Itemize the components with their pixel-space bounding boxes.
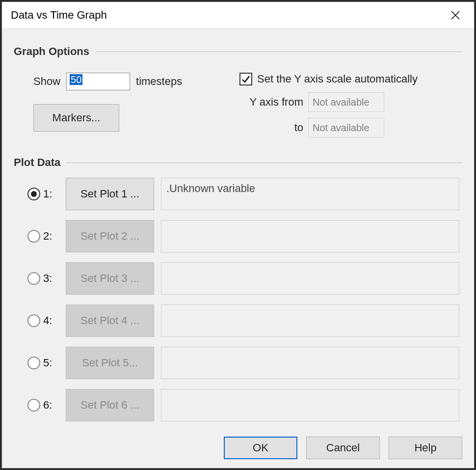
dialog-window: Data vs Time Graph Graph Options Show 50… [1,1,475,469]
show-row: Show 50 timesteps [33,73,220,90]
plot-index-label: 3: [43,272,52,285]
plot-radio-wrap: 3: [27,262,59,295]
plot-radio[interactable] [27,314,40,327]
plot-list: 1:Set Plot 1 ....Unknown variable2:Set P… [14,169,462,433]
plot-index-label: 2: [43,230,52,243]
radio-dot-icon [31,191,37,197]
plot-value-field[interactable]: .Unknown variable [161,178,459,210]
timesteps-value: 50 [70,74,82,85]
plot-row: 3:Set Plot 3 ... [27,262,459,295]
timesteps-input[interactable]: 50 [66,73,130,90]
plot-value-field[interactable] [161,389,459,421]
markers-button[interactable]: Markers... [33,104,119,132]
y-to-input: Not available [308,118,384,138]
set-plot-button[interactable]: Set Plot 3 ... [66,262,154,295]
y-axis-range: Y axis from Not available to Not availab… [244,92,457,138]
y-from-input: Not available [308,92,384,112]
plot-value-field[interactable] [161,262,459,295]
cancel-button[interactable]: Cancel [306,437,380,459]
show-label: Show [33,75,60,88]
plot-row: 4:Set Plot 4 ... [27,304,459,337]
close-button[interactable] [446,5,465,25]
auto-y-checkbox[interactable] [239,73,252,85]
titlebar: Data vs Time Graph [2,2,474,28]
set-plot-button[interactable]: Set Plot 5... [66,347,154,379]
y-to-label: to [244,121,303,134]
plot-value-field[interactable] [161,347,459,379]
plot-row: 5:Set Plot 5... [27,347,459,379]
plot-radio-wrap: 2: [27,220,59,252]
ok-button[interactable]: OK [224,437,297,459]
plot-value-field[interactable] [161,304,459,337]
heading-rule [95,52,462,52]
plot-row: 2:Set Plot 2 ... [27,220,459,252]
y-from-label: Y axis from [244,96,303,109]
plot-data-label: Plot Data [14,156,60,169]
plot-radio-wrap: 5: [27,347,59,379]
graph-options-right: Set the Y axis scale automatically Y axi… [239,73,457,138]
graph-options-left: Show 50 timesteps Markers... [33,73,220,138]
plot-index-label: 1: [43,188,52,200]
plot-radio[interactable] [27,357,40,369]
plot-row: 1:Set Plot 1 ....Unknown variable [27,178,459,210]
graph-options-body: Show 50 timesteps Markers... Set the Y a… [14,58,462,142]
close-icon [450,10,460,20]
window-title: Data vs Time Graph [11,9,107,22]
set-plot-button[interactable]: Set Plot 4 ... [66,304,154,337]
set-plot-button[interactable]: Set Plot 2 ... [66,220,154,252]
checkmark-icon [241,74,251,84]
help-button[interactable]: Help [389,437,462,459]
plot-data-heading: Plot Data [14,156,462,169]
plot-radio-wrap: 6: [27,389,59,421]
plot-radio-wrap: 4: [27,304,59,337]
plot-value-field[interactable] [161,220,459,252]
plot-radio-wrap: 1: [27,178,59,210]
plot-index-label: 5: [43,357,52,369]
plot-row: 6:Set Plot 6 ... [27,389,459,421]
set-plot-button[interactable]: Set Plot 1 ... [66,178,154,210]
plot-index-label: 4: [43,314,52,327]
plot-radio[interactable] [27,272,40,285]
plot-radio[interactable] [27,188,40,200]
heading-rule [66,163,462,163]
dialog-footer: OK Cancel Help [224,437,462,459]
plot-radio[interactable] [27,230,40,243]
auto-y-label: Set the Y axis scale automatically [257,73,418,85]
plot-radio[interactable] [27,399,40,412]
plot-index-label: 6: [43,399,52,412]
auto-y-row: Set the Y axis scale automatically [239,73,457,85]
set-plot-button[interactable]: Set Plot 6 ... [66,389,154,421]
client-area: Graph Options Show 50 timesteps Markers.… [2,28,474,468]
timesteps-unit: timesteps [136,75,182,88]
graph-options-heading: Graph Options [14,45,462,58]
graph-options-label: Graph Options [14,45,89,58]
